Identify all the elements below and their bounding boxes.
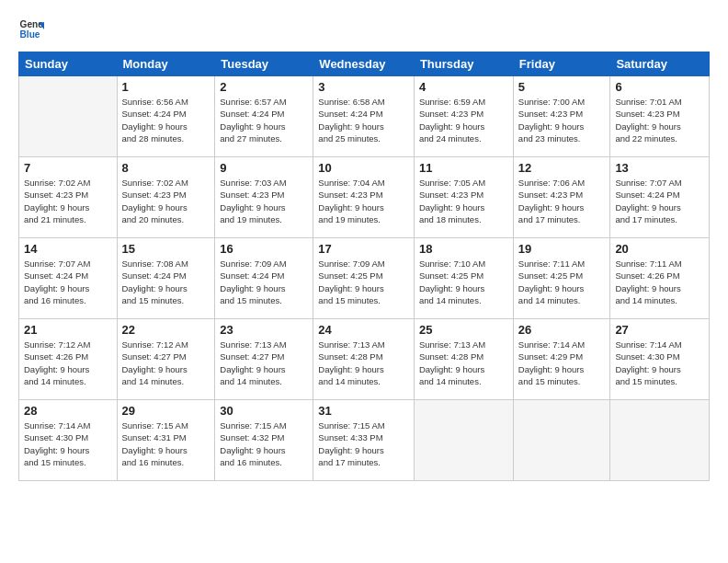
day-header-saturday: Saturday (610, 52, 710, 76)
day-number: 13 (615, 161, 704, 175)
logo-icon: General Blue (18, 17, 44, 42)
calendar-cell: 2Sunrise: 6:57 AM Sunset: 4:24 PM Daylig… (215, 76, 313, 157)
day-info: Sunrise: 6:58 AM Sunset: 4:24 PM Dayligh… (318, 96, 409, 144)
day-number: 25 (419, 323, 508, 337)
day-info: Sunrise: 7:15 AM Sunset: 4:31 PM Dayligh… (122, 419, 210, 468)
logo: General Blue (18, 17, 44, 42)
calendar-cell: 31Sunrise: 7:15 AM Sunset: 4:33 PM Dayli… (313, 400, 415, 481)
day-info: Sunrise: 7:14 AM Sunset: 4:29 PM Dayligh… (518, 339, 606, 387)
day-number: 27 (615, 323, 704, 337)
calendar-cell: 29Sunrise: 7:15 AM Sunset: 4:31 PM Dayli… (117, 400, 215, 481)
day-number: 7 (24, 161, 112, 175)
day-number: 15 (122, 242, 210, 256)
day-number: 16 (220, 242, 308, 256)
day-info: Sunrise: 7:12 AM Sunset: 4:26 PM Dayligh… (24, 339, 112, 387)
calendar-cell: 24Sunrise: 7:13 AM Sunset: 4:28 PM Dayli… (313, 319, 415, 400)
day-info: Sunrise: 6:57 AM Sunset: 4:24 PM Dayligh… (220, 96, 308, 144)
calendar-cell: 18Sunrise: 7:10 AM Sunset: 4:25 PM Dayli… (414, 238, 513, 319)
day-number: 4 (419, 80, 508, 94)
day-number: 24 (318, 323, 409, 337)
calendar-cell: 20Sunrise: 7:11 AM Sunset: 4:26 PM Dayli… (610, 238, 710, 319)
day-number: 21 (24, 323, 112, 337)
week-row-3: 14Sunrise: 7:07 AM Sunset: 4:24 PM Dayli… (19, 238, 710, 319)
day-number: 6 (615, 80, 704, 94)
day-header-tuesday: Tuesday (215, 52, 313, 76)
day-number: 3 (318, 80, 409, 94)
calendar-cell: 26Sunrise: 7:14 AM Sunset: 4:29 PM Dayli… (513, 319, 610, 400)
day-info: Sunrise: 7:07 AM Sunset: 4:24 PM Dayligh… (615, 177, 704, 225)
calendar-cell: 27Sunrise: 7:14 AM Sunset: 4:30 PM Dayli… (610, 319, 710, 400)
day-number: 23 (220, 323, 308, 337)
calendar-cell: 19Sunrise: 7:11 AM Sunset: 4:25 PM Dayli… (513, 238, 610, 319)
calendar-cell: 30Sunrise: 7:15 AM Sunset: 4:32 PM Dayli… (215, 400, 313, 481)
day-info: Sunrise: 7:06 AM Sunset: 4:23 PM Dayligh… (518, 177, 606, 225)
day-number: 12 (518, 161, 606, 175)
calendar-cell: 10Sunrise: 7:04 AM Sunset: 4:23 PM Dayli… (313, 157, 415, 238)
day-info: Sunrise: 7:00 AM Sunset: 4:23 PM Dayligh… (518, 96, 606, 144)
day-number: 14 (24, 242, 112, 256)
calendar-cell: 13Sunrise: 7:07 AM Sunset: 4:24 PM Dayli… (610, 157, 710, 238)
day-info: Sunrise: 7:03 AM Sunset: 4:23 PM Dayligh… (220, 177, 308, 225)
day-number: 31 (318, 404, 409, 418)
day-header-friday: Friday (513, 52, 610, 76)
day-info: Sunrise: 7:13 AM Sunset: 4:28 PM Dayligh… (318, 339, 409, 387)
day-info: Sunrise: 7:02 AM Sunset: 4:23 PM Dayligh… (122, 177, 210, 225)
day-info: Sunrise: 7:08 AM Sunset: 4:24 PM Dayligh… (122, 258, 210, 306)
day-info: Sunrise: 7:09 AM Sunset: 4:24 PM Dayligh… (220, 258, 308, 306)
day-number: 10 (318, 161, 409, 175)
calendar-cell: 7Sunrise: 7:02 AM Sunset: 4:23 PM Daylig… (19, 157, 118, 238)
calendar-cell: 15Sunrise: 7:08 AM Sunset: 4:24 PM Dayli… (117, 238, 215, 319)
week-row-1: 1Sunrise: 6:56 AM Sunset: 4:24 PM Daylig… (19, 76, 710, 157)
day-info: Sunrise: 6:59 AM Sunset: 4:23 PM Dayligh… (419, 96, 508, 144)
calendar-cell: 3Sunrise: 6:58 AM Sunset: 4:24 PM Daylig… (313, 76, 415, 157)
day-info: Sunrise: 7:09 AM Sunset: 4:25 PM Dayligh… (318, 258, 409, 306)
day-number: 19 (518, 242, 606, 256)
calendar-cell: 1Sunrise: 6:56 AM Sunset: 4:24 PM Daylig… (117, 76, 215, 157)
day-info: Sunrise: 7:11 AM Sunset: 4:26 PM Dayligh… (615, 258, 704, 306)
day-info: Sunrise: 7:13 AM Sunset: 4:27 PM Dayligh… (220, 339, 308, 387)
calendar-cell: 6Sunrise: 7:01 AM Sunset: 4:23 PM Daylig… (610, 76, 710, 157)
days-header-row: SundayMondayTuesdayWednesdayThursdayFrid… (19, 52, 710, 76)
page: General Blue SundayMondayTuesdayWednesda… (0, 0, 728, 563)
day-info: Sunrise: 7:11 AM Sunset: 4:25 PM Dayligh… (518, 258, 606, 306)
day-number: 29 (122, 404, 210, 418)
day-info: Sunrise: 7:04 AM Sunset: 4:23 PM Dayligh… (318, 177, 409, 225)
day-number: 1 (122, 80, 210, 94)
day-info: Sunrise: 7:07 AM Sunset: 4:24 PM Dayligh… (24, 258, 112, 306)
day-number: 26 (518, 323, 606, 337)
header: General Blue (18, 17, 710, 42)
day-number: 17 (318, 242, 409, 256)
day-number: 2 (220, 80, 308, 94)
day-number: 20 (615, 242, 704, 256)
calendar-cell: 25Sunrise: 7:13 AM Sunset: 4:28 PM Dayli… (414, 319, 513, 400)
day-number: 11 (419, 161, 508, 175)
calendar-cell (414, 400, 513, 481)
calendar-cell (610, 400, 710, 481)
day-info: Sunrise: 7:12 AM Sunset: 4:27 PM Dayligh… (122, 339, 210, 387)
day-info: Sunrise: 7:15 AM Sunset: 4:33 PM Dayligh… (318, 419, 409, 468)
day-info: Sunrise: 7:14 AM Sunset: 4:30 PM Dayligh… (615, 339, 704, 387)
day-header-wednesday: Wednesday (313, 52, 415, 76)
week-row-4: 21Sunrise: 7:12 AM Sunset: 4:26 PM Dayli… (19, 319, 710, 400)
calendar: SundayMondayTuesdayWednesdayThursdayFrid… (18, 52, 710, 481)
day-number: 22 (122, 323, 210, 337)
day-number: 30 (220, 404, 308, 418)
day-number: 28 (24, 404, 112, 418)
calendar-cell: 22Sunrise: 7:12 AM Sunset: 4:27 PM Dayli… (117, 319, 215, 400)
svg-text:Blue: Blue (20, 29, 40, 40)
calendar-cell: 23Sunrise: 7:13 AM Sunset: 4:27 PM Dayli… (215, 319, 313, 400)
day-info: Sunrise: 6:56 AM Sunset: 4:24 PM Dayligh… (122, 96, 210, 144)
day-info: Sunrise: 7:13 AM Sunset: 4:28 PM Dayligh… (419, 339, 508, 387)
calendar-cell (513, 400, 610, 481)
calendar-cell: 4Sunrise: 6:59 AM Sunset: 4:23 PM Daylig… (414, 76, 513, 157)
day-info: Sunrise: 7:15 AM Sunset: 4:32 PM Dayligh… (220, 419, 308, 468)
week-row-5: 28Sunrise: 7:14 AM Sunset: 4:30 PM Dayli… (19, 400, 710, 481)
calendar-cell: 16Sunrise: 7:09 AM Sunset: 4:24 PM Dayli… (215, 238, 313, 319)
calendar-cell: 28Sunrise: 7:14 AM Sunset: 4:30 PM Dayli… (19, 400, 118, 481)
day-info: Sunrise: 7:05 AM Sunset: 4:23 PM Dayligh… (419, 177, 508, 225)
day-number: 5 (518, 80, 606, 94)
day-info: Sunrise: 7:02 AM Sunset: 4:23 PM Dayligh… (24, 177, 112, 225)
day-number: 9 (220, 161, 308, 175)
day-number: 8 (122, 161, 210, 175)
calendar-cell: 21Sunrise: 7:12 AM Sunset: 4:26 PM Dayli… (19, 319, 118, 400)
